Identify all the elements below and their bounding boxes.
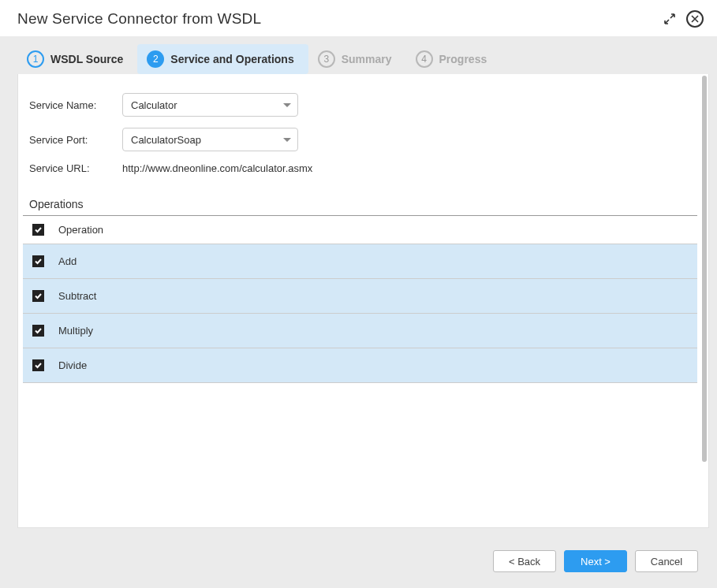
close-button[interactable] bbox=[685, 9, 704, 28]
expand-icon bbox=[663, 13, 676, 25]
service-url-label: Service URL: bbox=[29, 162, 116, 174]
chevron-down-icon bbox=[283, 138, 291, 142]
service-url-value: http://www.dneonline.com/calculator.asmx bbox=[122, 162, 312, 174]
dialog-header: New Service Connector from WSDL bbox=[0, 0, 717, 36]
dialog-controls bbox=[660, 9, 704, 28]
check-icon bbox=[34, 257, 43, 266]
back-button[interactable]: < Back bbox=[493, 550, 556, 572]
check-icon bbox=[34, 361, 43, 370]
wsdl-connector-dialog: New Service Connector from WSDL 1 WSDL S… bbox=[0, 0, 717, 588]
service-port-label: Service Port: bbox=[29, 134, 116, 146]
tab-step-number: 3 bbox=[318, 50, 335, 68]
operation-row[interactable]: Multiply bbox=[23, 314, 697, 348]
tab-service-operations[interactable]: 2 Service and Operations bbox=[137, 44, 308, 74]
operation-checkbox[interactable] bbox=[32, 359, 44, 371]
tab-label: WSDL Source bbox=[50, 53, 123, 65]
tab-label: Summary bbox=[342, 53, 392, 65]
cancel-button[interactable]: Cancel bbox=[635, 550, 698, 572]
dialog-title: New Service Connector from WSDL bbox=[17, 10, 261, 28]
service-port-select[interactable]: CalculatorSoap bbox=[122, 128, 298, 151]
service-port-row: Service Port: CalculatorSoap bbox=[18, 128, 708, 162]
tab-progress[interactable]: 4 Progress bbox=[406, 44, 502, 74]
service-name-row: Service Name: Calculator bbox=[18, 93, 708, 128]
tab-summary[interactable]: 3 Summary bbox=[308, 44, 406, 74]
operation-name: Add bbox=[58, 255, 77, 267]
operation-name: Divide bbox=[58, 359, 87, 371]
dialog-footer: < Back Next > Cancel bbox=[0, 534, 717, 588]
operations-title: Operations bbox=[18, 185, 708, 215]
operation-row[interactable]: Subtract bbox=[23, 279, 697, 314]
check-icon bbox=[34, 326, 43, 335]
operation-column-header: Operation bbox=[58, 224, 103, 236]
next-button[interactable]: Next > bbox=[564, 550, 627, 572]
operation-checkbox[interactable] bbox=[32, 290, 44, 302]
operation-checkbox[interactable] bbox=[32, 255, 44, 267]
select-all-checkbox[interactable] bbox=[32, 224, 44, 236]
operation-row[interactable]: Divide bbox=[23, 348, 697, 383]
service-name-select[interactable]: Calculator bbox=[122, 93, 298, 117]
tab-label: Progress bbox=[439, 53, 487, 65]
check-icon bbox=[34, 225, 43, 234]
content-panel: Service Name: Calculator Service Port: C… bbox=[17, 74, 709, 528]
operations-header-row: Operation bbox=[23, 215, 697, 244]
service-name-value: Calculator bbox=[131, 99, 177, 111]
tab-step-number: 4 bbox=[416, 50, 433, 68]
operation-row[interactable]: Add bbox=[23, 244, 697, 279]
tab-step-number: 2 bbox=[147, 50, 164, 68]
service-url-row: Service URL: http://www.dneonline.com/ca… bbox=[18, 162, 708, 185]
operation-name: Multiply bbox=[58, 325, 93, 337]
service-name-label: Service Name: bbox=[29, 99, 116, 111]
service-port-value: CalculatorSoap bbox=[131, 134, 201, 146]
scrollbar[interactable] bbox=[702, 76, 707, 462]
operation-checkbox[interactable] bbox=[32, 325, 44, 337]
operation-name: Subtract bbox=[58, 290, 96, 302]
operations-table: Operation Add Subtract bbox=[23, 215, 697, 383]
tab-step-number: 1 bbox=[27, 50, 44, 68]
chevron-down-icon bbox=[283, 103, 291, 107]
close-icon bbox=[686, 10, 704, 28]
expand-button[interactable] bbox=[660, 9, 679, 28]
tab-label: Service and Operations bbox=[170, 53, 293, 65]
tab-wsdl-source[interactable]: 1 WSDL Source bbox=[17, 44, 137, 74]
wizard-tabs: 1 WSDL Source 2 Service and Operations 3… bbox=[0, 36, 717, 74]
check-icon bbox=[34, 292, 43, 300]
